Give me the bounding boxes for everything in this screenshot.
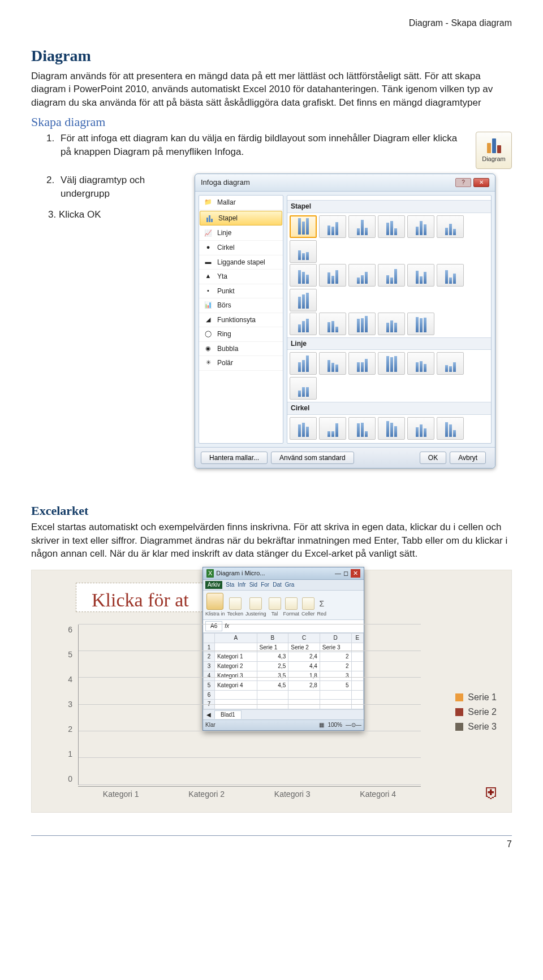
category-label: Mallar	[217, 198, 236, 207]
chart-thumbnail[interactable]	[437, 417, 464, 440]
chart-category-polär[interactable]: ✳Polär	[199, 356, 283, 371]
format-icon[interactable]	[285, 597, 298, 610]
chart-thumbnail[interactable]	[378, 264, 405, 287]
chart-category-linje[interactable]: 📈Linje	[199, 226, 283, 241]
chart-category-funktionsyta[interactable]: ◢Funktionsyta	[199, 313, 283, 328]
dialog-title: Infoga diagram	[201, 177, 250, 188]
chart-bars	[78, 625, 421, 785]
chart-thumbnail[interactable]	[348, 417, 376, 440]
chart-category-liggande-stapel[interactable]: ▬Liggande stapel	[199, 255, 283, 270]
chart-category-stapel[interactable]: Stapel	[200, 211, 282, 226]
ribbon-groups: Klistra in Tecken Justering Tal Format C…	[203, 591, 364, 620]
category-label: Punkt	[217, 287, 235, 296]
chart-thumbnail[interactable]	[290, 264, 317, 287]
chart-thumbnail[interactable]	[348, 264, 376, 287]
ribbon-tab[interactable]: Infr	[238, 581, 245, 589]
chart-thumbnail[interactable]	[319, 352, 346, 375]
chart-thumbnail[interactable]	[407, 215, 434, 238]
h2-excelarket: Excelarket	[31, 502, 512, 519]
chart-thumbnail[interactable]	[407, 313, 434, 335]
chart-thumbnail[interactable]	[407, 264, 434, 287]
category-icon: ▬	[204, 258, 213, 266]
font-icon[interactable]	[229, 597, 242, 610]
chart-thumbnail[interactable]	[290, 240, 317, 263]
chart-category-börs[interactable]: 📊Börs	[199, 298, 283, 313]
ribbon-tab[interactable]: Gra	[285, 581, 295, 589]
chart-category-list[interactable]: 📁MallarStapel📈Linje●Cirkel▬Liggande stap…	[199, 195, 283, 444]
chart-thumbnail[interactable]	[348, 313, 376, 335]
number-icon[interactable]	[269, 597, 281, 610]
chart-thumbnail[interactable]	[437, 215, 464, 238]
manage-templates-button[interactable]: Hantera mallar...	[201, 452, 268, 464]
maximize-icon[interactable]: ◻	[343, 569, 348, 578]
chart-thumbnail[interactable]	[378, 417, 405, 440]
chart-thumbnail[interactable]	[319, 313, 346, 335]
shield-emblem-icon: ⛨	[484, 782, 500, 804]
intro-paragraph: Diagram används för att presentera en mä…	[31, 70, 512, 109]
close-icon[interactable]: ✕	[473, 178, 489, 187]
chart-category-yta[interactable]: ▲Yta	[199, 270, 283, 284]
ribbon-tab[interactable]: Sta	[226, 581, 234, 589]
category-label: Ring	[217, 329, 231, 339]
category-icon: 📈	[204, 229, 213, 237]
h1-title: Diagram	[31, 45, 512, 67]
ribbon-tab[interactable]: Dat	[273, 581, 282, 589]
cancel-button[interactable]: Avbryt	[450, 452, 486, 464]
align-icon[interactable]	[249, 597, 262, 610]
chart-thumbnail[interactable]	[290, 417, 317, 440]
chart-thumbnail[interactable]	[290, 215, 317, 238]
ribbon-tab[interactable]: Sid	[249, 581, 257, 589]
chart-category-cirkel[interactable]: ●Cirkel	[199, 241, 283, 255]
thumb-section-header: Stapel	[287, 200, 491, 213]
cells-icon[interactable]	[302, 597, 314, 610]
set-default-button[interactable]: Använd som standard	[271, 452, 354, 464]
help-button[interactable]: ?	[455, 178, 471, 187]
mini-ribbon-tabs[interactable]: Arkiv Sta Infr Sid For Dat Gra	[203, 580, 364, 591]
chart-thumbnail[interactable]	[407, 417, 434, 440]
mini-excel-title: Diagram i Micro...	[216, 569, 265, 578]
file-tab[interactable]: Arkiv	[205, 581, 222, 589]
chart-thumbnail[interactable]	[437, 352, 464, 375]
chart-thumbnail[interactable]	[378, 215, 405, 238]
chart-thumbnail[interactable]	[407, 352, 434, 375]
category-label: Bubbla	[217, 344, 238, 354]
category-label: Polär	[217, 358, 233, 368]
ok-button[interactable]: OK	[420, 452, 446, 464]
chart-legend: Serie 1Serie 2Serie 3	[455, 689, 497, 735]
h2-skapa: Skapa diagram	[31, 114, 512, 131]
step-1-text: För att infoga ett diagram kan du välja …	[61, 132, 469, 158]
chart-category-mallar[interactable]: 📁Mallar	[199, 196, 283, 210]
chart-thumbnail[interactable]	[348, 352, 376, 375]
excel-paragraph: Excel startas automatiskt och exempelvär…	[31, 521, 512, 560]
chart-thumbnails-pane[interactable]: StapelLinjeCirkel	[287, 195, 492, 444]
legend-item: Serie 3	[455, 721, 497, 733]
excel-logo-icon: X	[206, 569, 214, 578]
x-tick-label: Kategori 1	[103, 789, 139, 801]
chart-thumbnail[interactable]	[378, 352, 405, 375]
chart-thumbnail[interactable]	[319, 215, 346, 238]
close-icon[interactable]: ✕	[351, 569, 360, 578]
chart-thumbnail[interactable]	[348, 215, 376, 238]
chart-category-punkt[interactable]: •Punkt	[199, 284, 283, 299]
y-axis: 0123456	[59, 625, 76, 785]
sigma-icon[interactable]: Σ	[320, 599, 325, 609]
category-icon: ✳	[204, 359, 213, 367]
ribbon-tab[interactable]: For	[261, 581, 269, 589]
chart-thumbnail[interactable]	[290, 352, 317, 375]
diagram-ribbon-button[interactable]: Diagram	[476, 132, 512, 169]
chart-thumbnail[interactable]	[378, 313, 405, 335]
chart-thumbnail[interactable]	[290, 377, 317, 400]
chart-thumbnail[interactable]	[437, 264, 464, 287]
chart-thumbnail[interactable]	[319, 417, 346, 440]
chart-thumbnail[interactable]	[319, 264, 346, 287]
chart-thumbnail[interactable]	[290, 289, 317, 311]
category-icon: 📊	[204, 301, 213, 309]
chart-category-bubbla[interactable]: ◉Bubbla	[199, 342, 283, 357]
paste-icon[interactable]	[206, 593, 223, 610]
chart-category-ring[interactable]: ◯Ring	[199, 327, 283, 342]
page-header-right: Diagram - Skapa diagram	[31, 17, 512, 29]
legend-item: Serie 1	[455, 691, 497, 704]
chart-thumbnail[interactable]	[290, 313, 317, 335]
category-icon: ▲	[204, 272, 213, 280]
minimize-icon[interactable]: —	[335, 569, 341, 578]
